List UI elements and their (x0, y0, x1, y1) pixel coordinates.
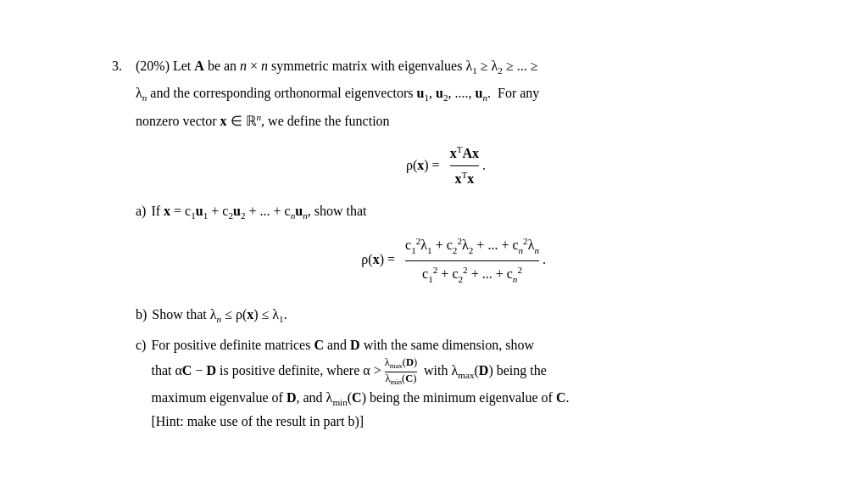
part-c-label: c) (136, 334, 146, 432)
part-a-text: If x = c1u1 + c2u2 + ... + cnun, show th… (151, 200, 756, 224)
rho-lhs: ρ(x) = (406, 158, 440, 172)
part-c: c) For positive definite matrices C and … (136, 334, 756, 432)
problem-header: 3. (20%) Let A be an n × n symmetric mat… (112, 55, 756, 439)
nonzero-text: nonzero vector x ∈ ℝn, we define the fun… (136, 114, 390, 128)
rho-a-lhs: ρ(x) = (361, 252, 395, 266)
lambda-n-line: λn and the corresponding orthonormal eig… (136, 86, 539, 100)
rho-definition: ρ(x) = xTAx xTx . (136, 143, 756, 191)
hint-line: [Hint: make use of the result in part b)… (151, 411, 756, 433)
intro-line-2: λn and the corresponding orthonormal eig… (136, 82, 756, 106)
part-b-label: b) (136, 304, 147, 327)
part-b-text: Show that λn ≤ ρ(x) ≤ λ1. (152, 304, 756, 327)
n-times-n: n × n (240, 59, 268, 73)
period-a: . (542, 252, 546, 266)
rho-a-denominator: c12 + c22 + ... + cn2 (405, 263, 539, 287)
part-a-label: a) (136, 200, 146, 297)
part-c-line3: maximum eigenvalue of D, and λmin(C) bei… (151, 387, 756, 411)
part-a-equation: ρ(x) = c12λ1 + c22λ2 + ... + cn2λn c12 +… (151, 234, 756, 287)
percent-text: (20%) (136, 59, 170, 73)
alpha-fraction: λmax(D) λmin(C) (385, 356, 417, 387)
rho-numerator: xTAx (450, 143, 479, 167)
part-b-content: Show that λn ≤ ρ(x) ≤ λ1. (152, 304, 756, 327)
intro-text-2: be an (208, 59, 240, 73)
rho-period: . (482, 158, 486, 172)
rho-a-fraction: c12λ1 + c22λ2 + ... + cn2λn c12 + c22 + … (405, 234, 539, 287)
rho-denominator: xTx (450, 168, 479, 190)
intro-line-3: nonzero vector x ∈ ℝn, we define the fun… (136, 110, 756, 132)
matrix-A: A (194, 59, 204, 73)
part-a: a) If x = c1u1 + c2u2 + ... + cnun, show… (136, 200, 756, 297)
intro-line-1: (20%) Let A be an n × n symmetric matrix… (136, 55, 756, 79)
alpha-frac-num: λmax(D) (385, 356, 417, 372)
part-c-content: For positive definite matrices C and D w… (151, 334, 756, 432)
problem-container: 3. (20%) Let A be an n × n symmetric mat… (103, 38, 765, 459)
part-c-line1: For positive definite matrices C and D w… (151, 334, 756, 356)
part-a-content: If x = c1u1 + c2u2 + ... + cnun, show th… (151, 200, 756, 297)
part-c-line2: that αC − D is positive definite, where … (151, 356, 756, 387)
intro-text-1: Let (173, 59, 194, 73)
intro-text-3: symmetric matrix with eigenvalues λ1 ≥ λ… (271, 59, 537, 73)
part-b: b) Show that λn ≤ ρ(x) ≤ λ1. (136, 304, 756, 327)
rho-a-numerator: c12λ1 + c22λ2 + ... + cn2λn (405, 234, 539, 260)
number-label: 3. (112, 59, 122, 73)
problem-body: (20%) Let A be an n × n symmetric matrix… (136, 55, 756, 439)
alpha-frac-den: λmin(C) (385, 372, 417, 387)
rho-fraction: xTAx xTx (450, 143, 479, 191)
problem-number: 3. (112, 55, 129, 439)
